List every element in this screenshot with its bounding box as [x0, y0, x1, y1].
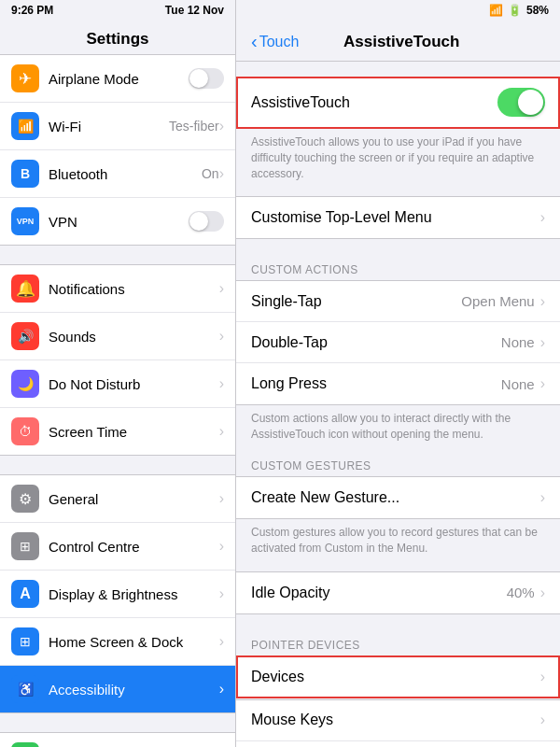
donotdisturb-icon: 🌙	[11, 370, 39, 398]
nav-back-chevron: ‹	[251, 31, 258, 52]
sidebar-section-3: ⚙ General › ⊞ Control Centre › A Display…	[0, 474, 235, 713]
nav-back-label: Touch	[259, 34, 300, 50]
wifi-status-icon: 📶	[489, 4, 503, 17]
controlcentre-chevron: ›	[219, 538, 224, 555]
double-tap-item[interactable]: Double-Tap None ›	[236, 322, 560, 363]
sidebar-item-accessibility[interactable]: ♿ Accessibility ›	[0, 666, 235, 712]
customise-chevron: ›	[540, 209, 545, 226]
bluetooth-value: On	[202, 166, 219, 181]
displaybrightness-icon: A	[11, 580, 39, 608]
battery-status-icon: 🔋	[508, 4, 522, 17]
custom-actions-section: Single-Tap Open Menu › Double-Tap None ›…	[236, 280, 560, 405]
sidebar-item-homescreen[interactable]: ⊞ Home Screen & Dock ›	[0, 618, 235, 666]
create-gesture-item[interactable]: Create New Gesture... ›	[236, 477, 560, 518]
long-press-label: Long Press	[251, 375, 501, 392]
custom-actions-header: CUSTOM ACTIONS	[236, 258, 560, 280]
homescreen-chevron: ›	[219, 633, 224, 650]
accessibility-icon: ♿	[11, 675, 39, 703]
idle-opacity-item[interactable]: Idle Opacity 40% ›	[236, 572, 560, 613]
sidebar-item-controlcentre[interactable]: ⊞ Control Centre ›	[0, 523, 235, 571]
sidebar-item-sounds[interactable]: 🔊 Sounds ›	[0, 313, 235, 360]
sidebar-item-airplane[interactable]: ✈ Airplane Mode	[0, 55, 235, 103]
general-label: General	[49, 491, 219, 507]
custom-gestures-header: CUSTOM GESTURES	[236, 454, 560, 476]
wifi-chevron: ›	[219, 118, 224, 134]
screentime-label: Screen Time	[49, 424, 219, 440]
devices-item[interactable]: Devices ›	[236, 656, 560, 698]
status-right: 📶 🔋 58%	[489, 4, 549, 17]
create-gesture-label: Create New Gesture...	[251, 489, 540, 506]
wifi-value: Tes-fiber	[169, 119, 219, 134]
sidebar-item-wallpaper[interactable]: 🖼 Wallpaper ›	[0, 733, 235, 747]
wifi-label: Wi-Fi	[49, 119, 169, 134]
displaybrightness-chevron: ›	[219, 585, 224, 602]
sidebar-item-bluetooth[interactable]: B Bluetooth On ›	[0, 150, 235, 198]
custom-actions-footer: Custom actions allow you to interact dir…	[236, 405, 560, 454]
screentime-icon: ⏱	[11, 417, 39, 445]
vpn-label: VPN	[49, 214, 189, 230]
sidebar-item-donotdisturb[interactable]: 🌙 Do Not Disturb ›	[0, 360, 235, 408]
double-tap-label: Double-Tap	[251, 334, 501, 351]
sidebar-item-wifi[interactable]: 📶 Wi-Fi Tes-fiber ›	[0, 103, 235, 150]
sidebar-item-vpn[interactable]: VPN VPN	[0, 198, 235, 245]
accessibility-chevron: ›	[219, 681, 224, 698]
bluetooth-icon: B	[11, 160, 39, 188]
notifications-icon: 🔔	[11, 275, 39, 303]
idle-opacity-value: 40%	[507, 585, 535, 600]
vpn-icon: VPN	[11, 207, 39, 235]
double-tap-value: None	[501, 334, 535, 350]
long-press-item[interactable]: Long Press None ›	[236, 363, 560, 404]
wifi-icon: 📶	[11, 112, 39, 140]
sidebar-section-1: ✈ Airplane Mode 📶 Wi-Fi Tes-fiber › B Bl…	[0, 55, 235, 246]
pointer-devices-section: Devices ›	[236, 655, 560, 698]
donotdisturb-chevron: ›	[219, 375, 224, 392]
nav-title: AssistiveTouch	[314, 33, 489, 51]
wallpaper-icon: 🖼	[11, 742, 39, 747]
nav-bar: ‹ Touch AssistiveTouch	[236, 21, 560, 62]
create-gesture-chevron: ›	[540, 489, 545, 506]
homescreen-label: Home Screen & Dock	[49, 634, 219, 650]
sidebar-item-notifications[interactable]: 🔔 Notifications ›	[0, 265, 235, 313]
vpn-toggle[interactable]	[189, 211, 224, 232]
assistive-touch-item[interactable]: AssistiveTouch	[236, 77, 560, 128]
pointer-extras-section: Mouse Keys › Pointer Style › Show Onscre…	[236, 699, 560, 747]
mouse-keys-item[interactable]: Mouse Keys ›	[236, 700, 560, 741]
controlcentre-icon: ⊞	[11, 532, 39, 560]
idle-opacity-label: Idle Opacity	[251, 585, 507, 601]
nav-back-button[interactable]: ‹ Touch	[251, 31, 299, 52]
general-chevron: ›	[219, 490, 224, 507]
pointer-style-item[interactable]: Pointer Style ›	[236, 741, 560, 747]
pointer-devices-header: POINTER DEVICES	[236, 633, 560, 655]
assistive-touch-footer: AssistiveTouch allows you to use your iP…	[236, 129, 560, 192]
accessibility-label: Accessibility	[49, 682, 219, 698]
idle-opacity-chevron: ›	[540, 585, 545, 601]
general-icon: ⚙	[11, 485, 39, 513]
main-status-bar: 📶 🔋 58%	[236, 0, 560, 21]
displaybrightness-label: Display & Brightness	[49, 586, 219, 602]
assistive-touch-section: AssistiveTouch	[236, 77, 560, 129]
assistive-touch-toggle[interactable]	[497, 88, 545, 117]
sidebar-list: ✈ Airplane Mode 📶 Wi-Fi Tes-fiber › B Bl…	[0, 55, 235, 747]
customise-label: Customise Top-Level Menu	[251, 209, 540, 226]
sounds-chevron: ›	[219, 328, 224, 345]
sidebar-status-bar: 9:26 PM Tue 12 Nov	[0, 0, 235, 21]
sidebar-item-general[interactable]: ⚙ General ›	[0, 475, 235, 523]
customise-item[interactable]: Customise Top-Level Menu ›	[236, 197, 560, 238]
assistive-touch-label: AssistiveTouch	[251, 94, 497, 111]
custom-gestures-section: Create New Gesture... ›	[236, 476, 560, 519]
notifications-chevron: ›	[219, 280, 224, 297]
customise-section: Customise Top-Level Menu ›	[236, 196, 560, 239]
airplane-toggle[interactable]	[189, 68, 224, 89]
single-tap-label: Single-Tap	[251, 293, 461, 310]
homescreen-icon: ⊞	[11, 627, 39, 655]
airplane-label: Airplane Mode	[49, 71, 189, 87]
mouse-keys-chevron: ›	[540, 712, 545, 728]
main-panel: 📶 🔋 58% ‹ Touch AssistiveTouch Assistive…	[236, 0, 560, 747]
sidebar-item-screentime[interactable]: ⏱ Screen Time ›	[0, 408, 235, 455]
sidebar-item-displaybrightness[interactable]: A Display & Brightness ›	[0, 571, 235, 618]
notifications-label: Notifications	[49, 281, 219, 297]
date: Tue 12 Nov	[165, 4, 224, 17]
bluetooth-chevron: ›	[219, 165, 224, 182]
single-tap-item[interactable]: Single-Tap Open Menu ›	[236, 281, 560, 322]
airplane-icon: ✈	[11, 64, 39, 92]
